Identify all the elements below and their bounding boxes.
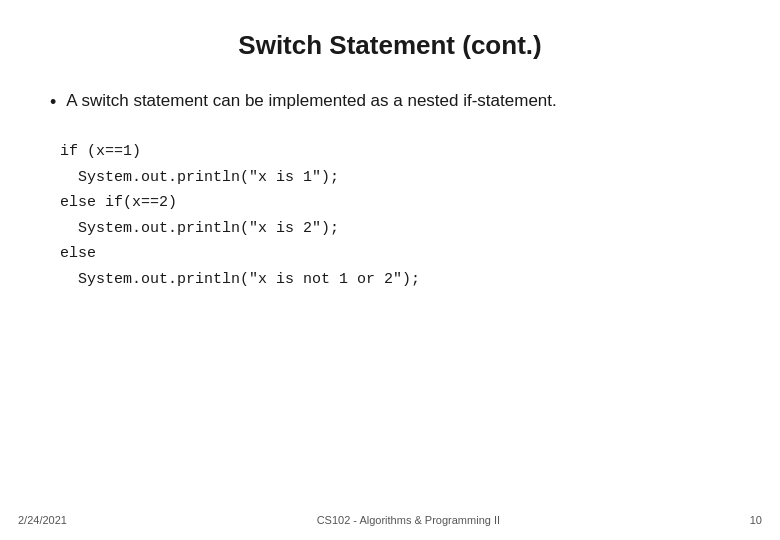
bullet-item: • A switch statement can be implemented … [50,89,730,115]
bullet-dot: • [50,90,56,115]
code-line-2: System.out.println("x is 1"); [60,165,730,191]
code-line-3: else if(x==2) [60,190,730,216]
code-line-4: System.out.println("x is 2"); [60,216,730,242]
code-line-6: System.out.println("x is not 1 or 2"); [60,267,730,293]
bullet-text: A switch statement can be implemented as… [66,89,556,113]
slide: Switch Statement (cont.) • A switch stat… [0,0,780,540]
footer: 2/24/2021 CS102 - Algorithms & Programmi… [0,514,780,526]
code-block: if (x==1) System.out.println("x is 1"); … [60,139,730,292]
footer-date: 2/24/2021 [18,514,67,526]
footer-page: 10 [750,514,762,526]
code-line-5: else [60,241,730,267]
code-line-1: if (x==1) [60,139,730,165]
footer-course: CS102 - Algorithms & Programming II [67,514,750,526]
slide-title: Switch Statement (cont.) [50,30,730,61]
